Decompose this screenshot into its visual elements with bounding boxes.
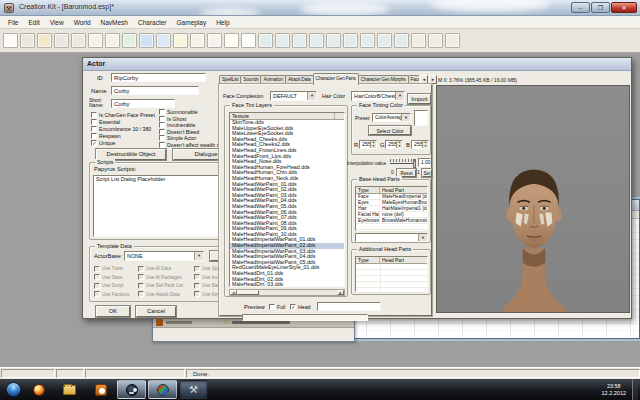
camera-tool-icon[interactable] bbox=[445, 33, 460, 48]
tab-scroll-left-icon[interactable]: ◄ bbox=[420, 75, 428, 84]
preview-head-checkbox[interactable]: ✓Head bbox=[290, 303, 310, 310]
menu-item[interactable]: Character bbox=[133, 19, 172, 26]
move-tool-icon[interactable] bbox=[428, 33, 443, 48]
menu-item[interactable]: Help bbox=[211, 19, 234, 26]
head-part-add-select[interactable] bbox=[355, 233, 428, 242]
actor-dialog-titlebar[interactable]: Actor bbox=[83, 58, 631, 71]
run-havok-icon[interactable] bbox=[207, 33, 222, 48]
menu-item[interactable]: Gameplay bbox=[172, 19, 212, 26]
minimize-button[interactable]: – bbox=[571, 2, 590, 13]
cancel-button[interactable]: Cancel bbox=[136, 306, 176, 317]
taskbar-firefox-button[interactable] bbox=[24, 380, 53, 399]
redo-icon[interactable] bbox=[71, 33, 86, 48]
taskbar-explorer-button[interactable] bbox=[55, 380, 84, 399]
taskbar-media-player-button[interactable] bbox=[86, 380, 115, 399]
interpolation-value-field[interactable]: 1.00 bbox=[418, 158, 431, 167]
flag-checkbox[interactable]: Is CharGen Face Preset bbox=[91, 111, 155, 118]
short-name-field[interactable] bbox=[111, 99, 175, 108]
ok-button[interactable]: OK bbox=[96, 306, 130, 317]
heightmap-edit-icon[interactable] bbox=[156, 33, 171, 48]
flag-checkbox[interactable]: Respawn bbox=[91, 132, 155, 139]
spinner-arrows-icon[interactable]: ▲▼ bbox=[370, 141, 376, 148]
close-button[interactable]: ✕ bbox=[611, 2, 637, 13]
head-part-column-header[interactable]: Head Part bbox=[380, 187, 427, 193]
lights-toggle-icon[interactable] bbox=[173, 33, 188, 48]
magnet-icon[interactable] bbox=[190, 33, 205, 48]
papyrus-scripts-list[interactable]: Script List Dialog Placeholder bbox=[93, 175, 237, 237]
checkbox-box[interactable] bbox=[91, 119, 97, 125]
name-field[interactable] bbox=[111, 86, 199, 95]
flag-checkbox[interactable]: Encumbrance 10 / 380 bbox=[91, 125, 155, 132]
face-complexion-select[interactable]: DEFAULT bbox=[270, 91, 317, 101]
snap-to-grid-icon[interactable] bbox=[88, 33, 103, 48]
checkbox-box[interactable] bbox=[159, 109, 165, 115]
show-desktop-button[interactable] bbox=[632, 379, 638, 400]
id-field[interactable] bbox=[111, 73, 206, 82]
checkbox-box[interactable] bbox=[91, 133, 97, 139]
preview-full-checkbox[interactable]: Full bbox=[269, 303, 285, 310]
select-color-button[interactable]: Select Color bbox=[369, 126, 411, 135]
render-window-icon[interactable] bbox=[292, 33, 307, 48]
checkbox-box[interactable] bbox=[159, 122, 165, 128]
undo-icon[interactable] bbox=[54, 33, 69, 48]
head-part-row[interactable]: EyebrowsBrowsMaleHumanoid01 (def) bbox=[356, 218, 427, 224]
snap-to-angle-icon[interactable] bbox=[105, 33, 120, 48]
tint-layer-row[interactable]: MaleHeadDirt_03.dds bbox=[230, 282, 344, 287]
menu-item[interactable]: File bbox=[3, 19, 23, 26]
menu-item[interactable]: NavMesh bbox=[96, 19, 133, 26]
type-column-header[interactable]: Type bbox=[356, 187, 380, 193]
checkbox-box[interactable] bbox=[269, 304, 275, 310]
save-plugin-icon[interactable] bbox=[20, 33, 35, 48]
sound-view-icon[interactable] bbox=[360, 33, 375, 48]
tab[interactable]: Character Gen Parts bbox=[313, 73, 359, 85]
actor-window-icon[interactable] bbox=[377, 33, 392, 48]
checkbox-box[interactable] bbox=[159, 129, 165, 135]
data-files-icon[interactable] bbox=[37, 33, 52, 48]
set-button[interactable]: Set bbox=[422, 169, 432, 177]
blue-spinner[interactable]: 255▲▼ bbox=[411, 140, 429, 149]
taskbar-steam-button[interactable] bbox=[117, 380, 146, 399]
import-button[interactable]: Import bbox=[408, 94, 431, 104]
object-window-icon[interactable] bbox=[258, 33, 273, 48]
tint-list-horizontal-scrollbar[interactable]: ◄ ► bbox=[229, 289, 345, 296]
checkbox-box[interactable] bbox=[159, 135, 165, 141]
preset-select[interactable]: ColorAverage bbox=[372, 113, 411, 122]
maximize-button[interactable]: ❐ bbox=[591, 2, 610, 13]
head-preview-viewport[interactable] bbox=[436, 85, 630, 313]
scrollbar-thumb[interactable] bbox=[237, 290, 259, 295]
checkbox-box[interactable] bbox=[91, 126, 97, 132]
green-spinner[interactable]: 255▲▼ bbox=[385, 140, 403, 149]
checkbox-box[interactable] bbox=[159, 116, 165, 122]
dialogue-view-icon[interactable] bbox=[224, 33, 239, 48]
grass-toggle-icon[interactable] bbox=[394, 33, 409, 48]
spinner-arrows-icon[interactable]: ▲▼ bbox=[396, 141, 402, 148]
flag-checkbox[interactable]: ✓Unique bbox=[91, 139, 155, 146]
preview-window-icon[interactable] bbox=[309, 33, 324, 48]
texture-column-header[interactable]: Texture bbox=[230, 113, 344, 120]
checkbox-box[interactable] bbox=[159, 142, 165, 148]
checkbox-box[interactable]: ✓ bbox=[91, 140, 97, 146]
menu-item[interactable]: Edit bbox=[23, 19, 44, 26]
menu-item[interactable]: View bbox=[45, 19, 69, 26]
animation-window-icon[interactable] bbox=[326, 33, 341, 48]
world-spaces-icon[interactable] bbox=[122, 33, 137, 48]
preview-filter-field[interactable] bbox=[317, 302, 381, 311]
tint-color-swatch[interactable] bbox=[414, 110, 428, 126]
tab-scroll-right-icon[interactable]: ► bbox=[429, 75, 437, 84]
water-toggle-icon[interactable] bbox=[139, 33, 154, 48]
menu-item[interactable]: World bbox=[69, 19, 96, 26]
new-object-icon[interactable] bbox=[3, 33, 18, 48]
actorbase-select[interactable]: NONE bbox=[124, 251, 204, 261]
scroll-right-icon[interactable]: ► bbox=[337, 290, 344, 295]
script-item[interactable]: Script List Dialog Placeholder bbox=[94, 176, 236, 183]
spinner-arrows-icon[interactable]: ▲▼ bbox=[422, 141, 428, 148]
scroll-left-icon[interactable]: ◄ bbox=[230, 290, 237, 295]
start-button[interactable] bbox=[2, 380, 24, 399]
head-part-column-header[interactable]: Head Part bbox=[380, 257, 427, 263]
checkbox-box[interactable]: ✓ bbox=[290, 304, 296, 310]
cell-view-window-icon[interactable] bbox=[275, 33, 290, 48]
hair-color-select[interactable]: HairColor8/Chestnut bbox=[351, 91, 405, 101]
taskbar-clock[interactable]: 23:58 12.2.2012 bbox=[602, 383, 626, 396]
flag-checkbox[interactable]: Essential bbox=[91, 118, 155, 125]
script-editor-icon[interactable] bbox=[343, 33, 358, 48]
